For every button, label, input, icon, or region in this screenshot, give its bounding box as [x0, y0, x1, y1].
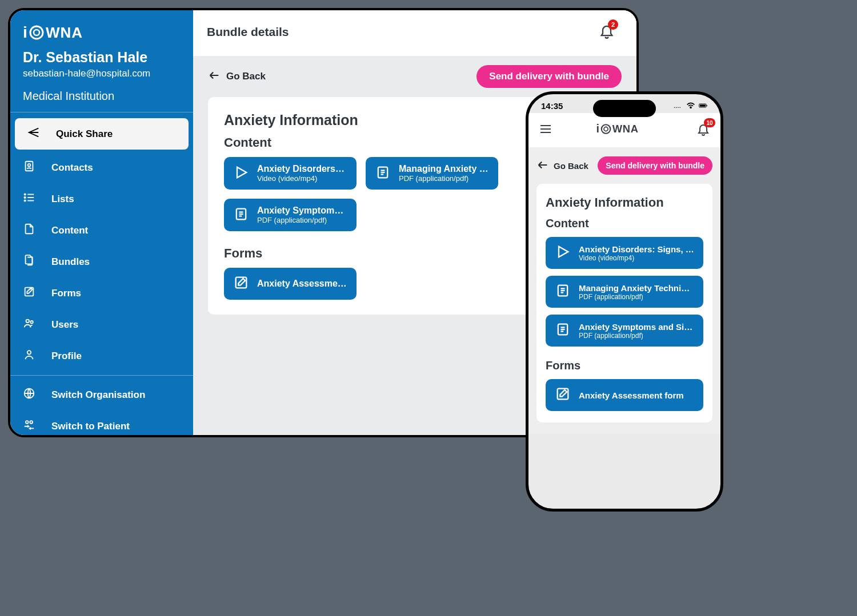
notifications-button[interactable]: 10	[696, 122, 710, 138]
sidebar-footer-switch-org[interactable]: Switch Organisation	[10, 379, 193, 410]
tile-subtitle: Video (video/mp4)	[257, 174, 347, 183]
tile-subtitle: PDF (application/pdf)	[579, 332, 692, 340]
svg-point-18	[30, 421, 33, 424]
sidebar-item-label: Switch Organisation	[51, 389, 145, 401]
content-tile[interactable]: Anxiety Symptoms and Si… PDF (applicatio…	[546, 315, 703, 347]
go-back-button[interactable]: Go Back	[208, 69, 266, 84]
svg-text:WNA: WNA	[612, 123, 639, 135]
cellular-icon	[674, 101, 683, 111]
tile-title: Anxiety Assessment form	[579, 390, 684, 400]
sidebar-item-label: Users	[51, 319, 78, 331]
notification-badge: 10	[704, 118, 715, 127]
forms-icon	[23, 285, 35, 301]
form-tiles: Anxiety Assessment form	[546, 379, 703, 411]
svg-point-44	[604, 127, 608, 131]
content-tiles: Anxiety Disorders: Signs, S… Video (vide…	[546, 237, 703, 347]
svg-point-15	[27, 351, 31, 354]
go-back-button[interactable]: Go Back	[536, 159, 588, 173]
sidebar-item-quick-share[interactable]: Quick Share	[15, 118, 189, 150]
bundles-icon	[23, 254, 35, 269]
notifications-button[interactable]: 2	[599, 23, 615, 41]
brand-logo: i WNA	[10, 21, 193, 46]
svg-point-11	[24, 200, 25, 201]
svg-point-31	[674, 107, 675, 108]
sidebar-item-contacts[interactable]: Contacts	[10, 152, 193, 183]
sidebar-item-label: Profile	[51, 351, 82, 362]
sidebar-item-users[interactable]: Users	[10, 309, 193, 340]
menu-button[interactable]	[539, 122, 552, 138]
sidebar-item-label: Switch to Patient	[51, 421, 130, 432]
sidebar-item-label: Lists	[51, 194, 74, 205]
notification-badge: 2	[608, 19, 618, 30]
user-organisation: Medical Institution	[10, 85, 193, 112]
form-icon	[555, 386, 571, 404]
svg-text:i: i	[23, 23, 28, 41]
svg-point-13	[26, 320, 30, 323]
tile-title: Anxiety Assessment …	[257, 279, 347, 289]
svg-text:WNA: WNA	[46, 24, 83, 41]
sidebar-item-lists[interactable]: Lists	[10, 183, 193, 215]
tile-title: Managing Anxiety Te…	[399, 164, 489, 174]
page-title: Bundle details	[207, 25, 289, 39]
wifi-icon	[686, 101, 695, 111]
svg-point-35	[690, 107, 691, 108]
battery-icon	[699, 101, 708, 111]
sidebar-item-content[interactable]: Content	[10, 215, 193, 246]
doc-icon	[233, 206, 249, 224]
form-icon	[233, 275, 249, 293]
sidebar-item-label: Quick Share	[56, 128, 113, 140]
content-tile[interactable]: Anxiety Symptoms a… PDF (application/pdf…	[224, 199, 357, 231]
content-heading: Content	[546, 217, 703, 230]
bell-icon	[599, 31, 615, 41]
arrow-left-icon	[536, 159, 549, 173]
send-delivery-button[interactable]: Send delivery with bundle	[598, 156, 712, 175]
bell-icon	[696, 128, 710, 138]
sidebar-nav: Quick Share Contacts Lists Content Bundl…	[10, 112, 193, 437]
tile-subtitle: PDF (application/pdf)	[399, 174, 489, 183]
sidebar-item-label: Content	[51, 225, 88, 236]
sidebar-item-bundles[interactable]: Bundles	[10, 246, 193, 277]
bundle-card: Anxiety Information Content Anxiety Diso…	[536, 184, 712, 422]
svg-rect-54	[558, 389, 568, 400]
form-tile[interactable]: Anxiety Assessment form	[546, 379, 703, 411]
sidebar-footer-switch-patient[interactable]: Switch to Patient	[10, 410, 193, 437]
doc-icon	[555, 321, 571, 340]
sidebar-item-forms[interactable]: Forms	[10, 277, 193, 309]
phone-action-bar: Go Back Send delivery with bundle	[528, 147, 720, 184]
content-tile[interactable]: Anxiety Disorders: Si… Video (video/mp4)	[224, 157, 357, 190]
button-label: Send delivery with bundle	[606, 161, 704, 170]
phone-device: 14:35 i WNA 10 Go Back	[526, 91, 723, 512]
tile-subtitle: PDF (application/pdf)	[579, 293, 694, 301]
sidebar-item-label: Forms	[51, 288, 81, 299]
tile-subtitle: Video (video/mp4)	[579, 254, 694, 262]
svg-point-9	[24, 194, 25, 195]
sidebar-item-label: Bundles	[51, 256, 90, 268]
svg-point-17	[26, 421, 29, 424]
nav-divider	[10, 375, 193, 376]
content-tile[interactable]: Anxiety Disorders: Signs, S… Video (vide…	[546, 237, 703, 269]
play-icon	[233, 164, 249, 183]
svg-point-2	[34, 30, 39, 35]
user-name: Dr. Sebastian Hale	[10, 46, 193, 66]
lists-icon	[23, 191, 35, 207]
bundle-title: Anxiety Information	[546, 195, 703, 210]
go-back-label: Go Back	[226, 71, 266, 82]
content-tile[interactable]: Managing Anxiety Te… PDF (application/pd…	[366, 157, 498, 190]
button-label: Send delivery with bundle	[489, 71, 609, 82]
svg-point-33	[678, 107, 679, 108]
profile-icon	[23, 348, 35, 364]
svg-rect-38	[707, 105, 707, 106]
switch-user-icon	[23, 418, 35, 434]
svg-point-14	[30, 321, 33, 323]
sidebar-item-profile[interactable]: Profile	[10, 340, 193, 372]
svg-point-1	[30, 26, 43, 39]
tile-title: Anxiety Disorders: Signs, S…	[579, 244, 694, 254]
content-tile[interactable]: Managing Anxiety Techniq… PDF (applicati…	[546, 276, 703, 308]
menu-icon	[539, 128, 552, 138]
send-delivery-button[interactable]: Send delivery with bundle	[476, 65, 622, 88]
form-tile[interactable]: Anxiety Assessment …	[224, 268, 357, 300]
svg-point-32	[676, 107, 677, 108]
tile-title: Anxiety Symptoms and Si…	[579, 322, 692, 332]
phone-content-panel: Anxiety Information Content Anxiety Diso…	[528, 184, 720, 434]
svg-rect-37	[700, 104, 706, 107]
